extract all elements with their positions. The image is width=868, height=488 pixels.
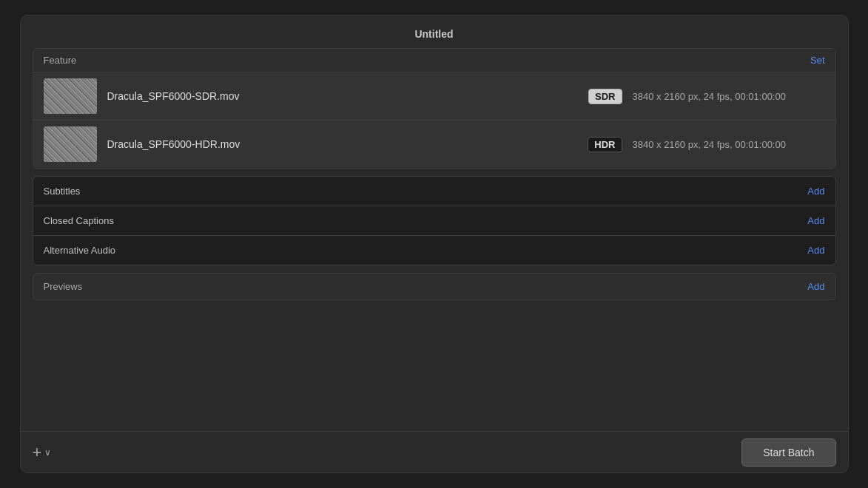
feature-header: Feature Set	[33, 49, 835, 72]
video-meta-sdr: 3840 x 2160 px, 24 fps, 00:01:00:00	[633, 91, 825, 102]
sdr-badge: SDR	[588, 89, 622, 104]
video-meta-hdr: 3840 x 2160 px, 24 fps, 00:01:00:00	[633, 139, 825, 150]
subtitles-add-button[interactable]: Add	[807, 186, 824, 197]
alternative-audio-add-button[interactable]: Add	[807, 245, 824, 256]
subtitles-row: Subtitles Add	[33, 177, 835, 206]
previews-add-button[interactable]: Add	[807, 281, 824, 292]
feature-label: Feature	[44, 55, 77, 66]
alternative-audio-label: Alternative Audio	[44, 245, 116, 256]
previews-header: Previews Add	[33, 274, 835, 299]
closed-captions-row: Closed Captions Add	[33, 206, 835, 236]
video-row-hdr: Dracula_SPF6000-HDR.mov HDR 3840 x 2160 …	[33, 121, 835, 168]
video-thumbnail-hdr	[44, 126, 97, 162]
hdr-badge: HDR	[588, 137, 622, 152]
video-name-sdr: Dracula_SPF6000-SDR.mov	[107, 90, 579, 102]
previews-section: Previews Add	[33, 273, 836, 300]
subtitles-label: Subtitles	[44, 186, 81, 197]
add-item-button[interactable]: + ∨	[33, 444, 52, 461]
bottom-bar: + ∨ Start Batch	[21, 431, 848, 472]
title-bar: Untitled	[21, 16, 848, 48]
start-batch-button[interactable]: Start Batch	[741, 438, 835, 467]
feature-set-button[interactable]: Set	[810, 55, 825, 66]
main-window: Untitled Feature Set Dracula_SPF6000-SDR…	[20, 15, 849, 473]
alternative-audio-row: Alternative Audio Add	[33, 236, 835, 265]
video-name-hdr: Dracula_SPF6000-HDR.mov	[107, 138, 578, 150]
chevron-down-icon: ∨	[44, 447, 51, 458]
plus-icon: +	[33, 444, 42, 461]
feature-section: Feature Set Dracula_SPF6000-SDR.mov SDR …	[33, 48, 836, 169]
closed-captions-add-button[interactable]: Add	[807, 215, 824, 226]
closed-captions-label: Closed Captions	[44, 215, 114, 226]
video-thumbnail-sdr	[44, 78, 97, 114]
window-title: Untitled	[414, 28, 453, 40]
video-row-sdr: Dracula_SPF6000-SDR.mov SDR 3840 x 2160 …	[33, 72, 835, 121]
main-content: Feature Set Dracula_SPF6000-SDR.mov SDR …	[21, 48, 848, 431]
previews-label: Previews	[44, 281, 83, 292]
extras-section: Subtitles Add Closed Captions Add Altern…	[33, 176, 836, 265]
